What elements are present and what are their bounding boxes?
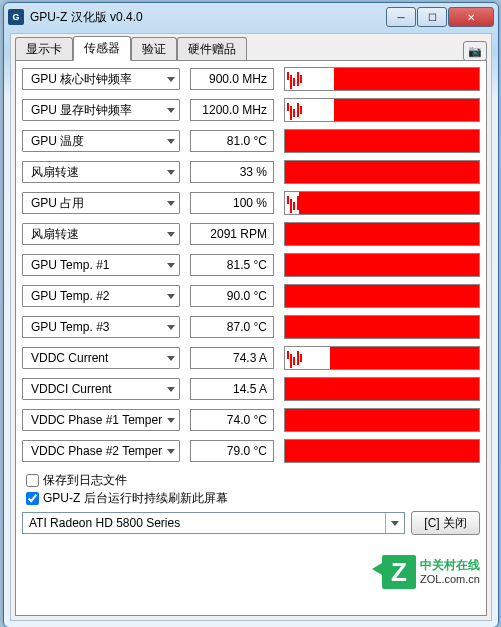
sensors-panel: GPU 核心时钟频率900.0 MHzGPU 显存时钟频率1200.0 MHzG… xyxy=(15,60,487,616)
camera-icon: 📷 xyxy=(468,45,482,58)
sensor-graph[interactable] xyxy=(284,439,480,463)
close-window-button[interactable]: ✕ xyxy=(448,7,494,27)
sensor-label-dropdown[interactable]: GPU 显存时钟频率 xyxy=(22,99,180,121)
chevron-down-icon xyxy=(167,77,175,82)
gpu-select-value: ATI Radeon HD 5800 Series xyxy=(29,516,385,530)
sensor-label: GPU 核心时钟频率 xyxy=(31,71,163,88)
chevron-down-icon xyxy=(167,139,175,144)
sensor-graph[interactable] xyxy=(284,222,480,246)
chevron-down-icon xyxy=(167,108,175,113)
sensor-graph[interactable] xyxy=(284,408,480,432)
sensor-label: 风扇转速 xyxy=(31,164,163,181)
sensor-value[interactable]: 14.5 A xyxy=(190,378,274,400)
tab-hardware-gift[interactable]: 硬件赠品 xyxy=(177,37,247,61)
chevron-down-icon xyxy=(167,201,175,206)
sensor-graph[interactable] xyxy=(284,129,480,153)
sensor-graph[interactable] xyxy=(284,315,480,339)
sensor-value[interactable]: 2091 RPM xyxy=(190,223,274,245)
sensor-label-dropdown[interactable]: GPU 占用 xyxy=(22,192,180,214)
sensor-value[interactable]: 81.5 °C xyxy=(190,254,274,276)
window-buttons: ─ ☐ ✕ xyxy=(385,7,494,27)
sensor-label-dropdown[interactable]: 风扇转速 xyxy=(22,223,180,245)
sensor-graph[interactable] xyxy=(284,67,480,91)
sensor-graph[interactable] xyxy=(284,284,480,308)
watermark-logo: Z xyxy=(382,555,416,589)
close-button[interactable]: [C] 关闭 xyxy=(411,511,480,535)
chevron-down-icon xyxy=(167,170,175,175)
sensor-label-dropdown[interactable]: VDDCI Current xyxy=(22,378,180,400)
sensor-label: VDDC Phase #2 Temperatu xyxy=(31,444,163,458)
log-file-label: 保存到日志文件 xyxy=(43,472,127,489)
sensor-value[interactable]: 87.0 °C xyxy=(190,316,274,338)
sensor-graph[interactable] xyxy=(284,346,480,370)
sensor-row: GPU Temp. #290.0 °C xyxy=(22,284,480,308)
sensor-graph[interactable] xyxy=(284,98,480,122)
sensor-value[interactable]: 81.0 °C xyxy=(190,130,274,152)
tab-strip: 显示卡 传感器 验证 硬件赠品 📷 xyxy=(11,34,491,61)
sensor-row: VDDC Current74.3 A xyxy=(22,346,480,370)
chevron-down-icon xyxy=(167,232,175,237)
chevron-down-icon xyxy=(391,521,399,526)
screenshot-button[interactable]: 📷 xyxy=(463,41,487,61)
sensor-value[interactable]: 33 % xyxy=(190,161,274,183)
sensor-label-dropdown[interactable]: GPU 核心时钟频率 xyxy=(22,68,180,90)
sensor-row: VDDC Phase #2 Temperatu79.0 °C xyxy=(22,439,480,463)
sensor-value[interactable]: 90.0 °C xyxy=(190,285,274,307)
background-refresh-input[interactable] xyxy=(26,492,39,505)
sensor-label: 风扇转速 xyxy=(31,226,163,243)
sensor-row: GPU 显存时钟频率1200.0 MHz xyxy=(22,98,480,122)
watermark: Z 中关村在线 ZOL.com.cn xyxy=(382,555,480,589)
watermark-cn: 中关村在线 xyxy=(420,559,480,572)
sensor-label-dropdown[interactable]: VDDC Phase #2 Temperatu xyxy=(22,440,180,462)
sensor-value[interactable]: 1200.0 MHz xyxy=(190,99,274,121)
sensor-label-dropdown[interactable]: GPU Temp. #3 xyxy=(22,316,180,338)
background-refresh-checkbox[interactable]: GPU-Z 后台运行时持续刷新此屏幕 xyxy=(22,490,480,507)
tab-validation[interactable]: 验证 xyxy=(131,37,177,61)
log-file-input[interactable] xyxy=(26,474,39,487)
bottom-bar: ATI Radeon HD 5800 Series [C] 关闭 xyxy=(22,511,480,535)
sensor-value[interactable]: 100 % xyxy=(190,192,274,214)
sensor-label: GPU Temp. #3 xyxy=(31,320,163,334)
client-area: 显示卡 传感器 验证 硬件赠品 📷 GPU 核心时钟频率900.0 MHzGPU… xyxy=(10,33,492,621)
sensor-label: GPU 温度 xyxy=(31,133,163,150)
sensor-value[interactable]: 79.0 °C xyxy=(190,440,274,462)
sensor-label-dropdown[interactable]: VDDC Current xyxy=(22,347,180,369)
sensor-label: GPU 显存时钟频率 xyxy=(31,102,163,119)
watermark-en: ZOL.com.cn xyxy=(420,573,480,585)
sensor-label-dropdown[interactable]: VDDC Phase #1 Temperatu xyxy=(22,409,180,431)
sensor-label: GPU Temp. #1 xyxy=(31,258,163,272)
log-file-checkbox[interactable]: 保存到日志文件 xyxy=(22,472,480,489)
options-area: 保存到日志文件 GPU-Z 后台运行时持续刷新此屏幕 ATI Radeon HD… xyxy=(22,472,480,535)
chevron-down-icon xyxy=(167,418,175,423)
minimize-button[interactable]: ─ xyxy=(386,7,416,27)
chevron-down-icon xyxy=(167,449,175,454)
background-refresh-label: GPU-Z 后台运行时持续刷新此屏幕 xyxy=(43,490,228,507)
sensor-row: VDDC Phase #1 Temperatu74.0 °C xyxy=(22,408,480,432)
sensor-row: GPU Temp. #181.5 °C xyxy=(22,253,480,277)
sensor-label: GPU 占用 xyxy=(31,195,163,212)
sensor-row: 风扇转速33 % xyxy=(22,160,480,184)
sensor-row: GPU 占用100 % xyxy=(22,191,480,215)
sensor-graph[interactable] xyxy=(284,253,480,277)
sensor-label: GPU Temp. #2 xyxy=(31,289,163,303)
sensor-label-dropdown[interactable]: 风扇转速 xyxy=(22,161,180,183)
sensor-label-dropdown[interactable]: GPU 温度 xyxy=(22,130,180,152)
sensor-graph[interactable] xyxy=(284,160,480,184)
maximize-button[interactable]: ☐ xyxy=(417,7,447,27)
sensor-graph[interactable] xyxy=(284,191,480,215)
sensor-value[interactable]: 74.0 °C xyxy=(190,409,274,431)
app-window: G GPU-Z 汉化版 v0.4.0 ─ ☐ ✕ 显示卡 传感器 验证 硬件赠品… xyxy=(3,2,499,627)
sensor-graph[interactable] xyxy=(284,377,480,401)
sensor-label-dropdown[interactable]: GPU Temp. #2 xyxy=(22,285,180,307)
chevron-down-icon xyxy=(167,325,175,330)
gpu-select[interactable]: ATI Radeon HD 5800 Series xyxy=(22,512,405,534)
titlebar[interactable]: G GPU-Z 汉化版 v0.4.0 ─ ☐ ✕ xyxy=(4,3,498,31)
sensor-label-dropdown[interactable]: GPU Temp. #1 xyxy=(22,254,180,276)
app-icon: G xyxy=(8,9,24,25)
gpu-select-dropdown-button[interactable] xyxy=(385,513,404,533)
sensor-value[interactable]: 900.0 MHz xyxy=(190,68,274,90)
chevron-down-icon xyxy=(167,294,175,299)
tab-display-card[interactable]: 显示卡 xyxy=(15,37,73,61)
sensor-value[interactable]: 74.3 A xyxy=(190,347,274,369)
tab-sensors[interactable]: 传感器 xyxy=(73,36,131,61)
